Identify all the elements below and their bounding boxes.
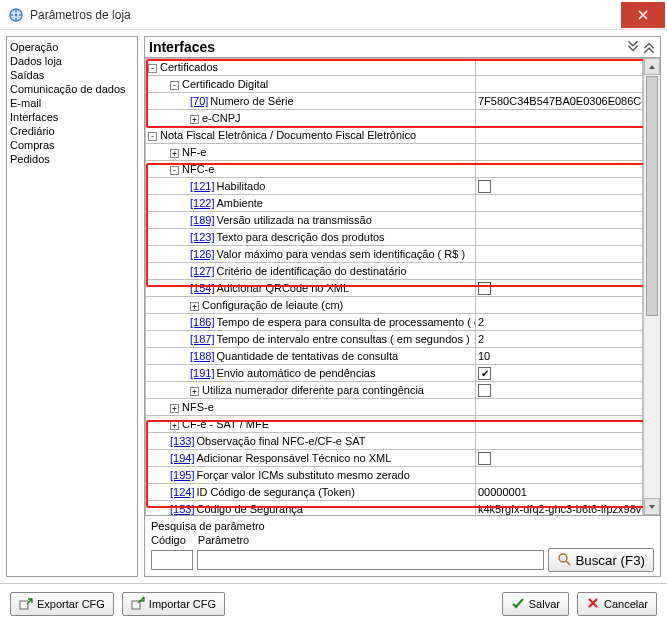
search-title: Pesquisa de parâmetro	[151, 520, 654, 532]
grid-row: [126]Valor máximo para vendas sem identi…	[146, 246, 643, 263]
scroll-up-icon[interactable]	[644, 58, 660, 75]
param-value[interactable]: 10	[476, 348, 643, 365]
grid-row: [187]Tempo de intervalo entre consultas …	[146, 331, 643, 348]
tree-toggle-icon[interactable]: -	[148, 132, 157, 141]
tree-toggle-icon[interactable]: -	[170, 81, 179, 90]
param-code-link[interactable]: [126]	[190, 248, 214, 260]
param-code-link[interactable]: [195]	[170, 469, 194, 481]
tree-toggle-icon[interactable]: +	[170, 421, 179, 430]
page-title: Interfaces	[149, 39, 624, 55]
sidebar-item-interfaces[interactable]: Interfaces	[10, 110, 134, 124]
param-code-link[interactable]: [194]	[170, 452, 194, 464]
search-button[interactable]: Buscar (F3)	[548, 548, 654, 572]
param-value[interactable]	[476, 195, 643, 212]
param-label: Tempo de espera para consulta de process…	[216, 316, 475, 328]
param-value[interactable]: 00000001	[476, 484, 643, 501]
grid-row: [189]Versão utilizada na transmissão	[146, 212, 643, 229]
checkbox[interactable]	[478, 452, 491, 465]
sidebar-item-saidas[interactable]: Saídas	[10, 68, 134, 82]
sidebar-item-email[interactable]: E-mail	[10, 96, 134, 110]
param-value[interactable]: 7F580C34B547BA0E0306E086C4	[476, 93, 643, 110]
svg-point-2	[11, 14, 13, 16]
grid-row: -NFC-e	[146, 161, 643, 178]
tree-toggle-icon[interactable]: +	[190, 387, 199, 396]
grid-row: +Configuração de leiaute (cm)	[146, 297, 643, 314]
sidebar-item-operacao[interactable]: Operação	[10, 40, 134, 54]
tree-toggle-icon[interactable]: -	[170, 166, 179, 175]
param-value[interactable]	[476, 229, 643, 246]
close-button[interactable]	[621, 2, 665, 28]
sidebar-item-crediario[interactable]: Crediário	[10, 124, 134, 138]
param-label: Tempo de intervalo entre consultas ( em …	[216, 333, 469, 345]
param-code-link[interactable]: [187]	[190, 333, 214, 345]
cancel-button[interactable]: Cancelar	[577, 592, 657, 616]
scroll-thumb[interactable]	[646, 76, 658, 316]
tree-toggle-icon[interactable]: +	[190, 302, 199, 311]
checkbox[interactable]	[478, 282, 491, 295]
cancel-icon	[586, 596, 600, 612]
param-value[interactable]	[476, 263, 643, 280]
param-code-link[interactable]: [124]	[170, 486, 194, 498]
search-param-input[interactable]	[197, 550, 544, 570]
param-code-link[interactable]: [70]	[190, 95, 208, 107]
param-value[interactable]: ✔	[476, 365, 643, 382]
svg-point-1	[15, 13, 18, 16]
sidebar-item-dados-loja[interactable]: Dados loja	[10, 54, 134, 68]
param-value[interactable]	[476, 467, 643, 484]
svg-point-4	[15, 10, 17, 12]
param-value	[476, 127, 643, 144]
tree-toggle-icon[interactable]: +	[170, 404, 179, 413]
param-value[interactable]: 2	[476, 314, 643, 331]
param-code-link[interactable]: [154]	[190, 282, 214, 294]
param-code-link[interactable]: [121]	[190, 180, 214, 192]
param-value[interactable]: 2	[476, 331, 643, 348]
param-value[interactable]	[476, 433, 643, 450]
param-label: Critério de identificação do destinatári…	[216, 265, 406, 277]
tree-toggle-icon[interactable]: -	[148, 64, 157, 73]
expand-all-icon[interactable]	[642, 40, 656, 54]
grid-row: [191]Envio automático de pendências✔	[146, 365, 643, 382]
param-value[interactable]: k4k5rgfx-dfq2-ghc3-b6t6-lfpzx98v7	[476, 501, 643, 517]
param-value[interactable]	[476, 178, 643, 195]
checkbox[interactable]: ✔	[478, 367, 491, 380]
param-value[interactable]	[476, 246, 643, 263]
tree-toggle-icon[interactable]: +	[170, 149, 179, 158]
svg-rect-7	[20, 601, 28, 609]
param-code-link[interactable]: [191]	[190, 367, 214, 379]
save-button[interactable]: Salvar	[502, 592, 569, 616]
param-code-link[interactable]: [188]	[190, 350, 214, 362]
param-code-link[interactable]: [186]	[190, 316, 214, 328]
param-label: Habilitado	[216, 180, 265, 192]
scroll-down-icon[interactable]	[644, 498, 660, 515]
search-code-input[interactable]	[151, 550, 193, 570]
param-value[interactable]	[476, 212, 643, 229]
sidebar-item-compras[interactable]: Compras	[10, 138, 134, 152]
checkbox[interactable]	[478, 180, 491, 193]
param-label: Utiliza numerador diferente para conting…	[202, 384, 424, 396]
search-param-label: Parâmetro	[198, 534, 249, 546]
window-title: Parâmetros de loja	[30, 8, 621, 22]
grid-scrollbar[interactable]	[643, 58, 660, 515]
param-code-link[interactable]: [189]	[190, 214, 214, 226]
param-label: Nota Fiscal Eletrônica / Documento Fisca…	[160, 129, 416, 141]
checkbox[interactable]	[478, 384, 491, 397]
param-label: Versão utilizada na transmissão	[216, 214, 371, 226]
param-code-link[interactable]: [153]	[170, 503, 194, 515]
collapse-all-icon[interactable]	[626, 40, 640, 54]
param-label: Código de Segurança	[196, 503, 302, 515]
param-code-link[interactable]: [123]	[190, 231, 214, 243]
param-code-link[interactable]: [133]	[170, 435, 194, 447]
sidebar-item-pedidos[interactable]: Pedidos	[10, 152, 134, 166]
sidebar-item-comunicacao[interactable]: Comunicação de dados	[10, 82, 134, 96]
export-cfg-button[interactable]: Exportar CFG	[10, 592, 114, 616]
param-code-link[interactable]: [122]	[190, 197, 214, 209]
param-value[interactable]	[476, 450, 643, 467]
tree-toggle-icon[interactable]: +	[190, 115, 199, 124]
param-label: NF-e	[182, 146, 206, 158]
param-value[interactable]	[476, 280, 643, 297]
grid-row: -Certificado Digital	[146, 76, 643, 93]
import-cfg-button[interactable]: Importar CFG	[122, 592, 225, 616]
param-code-link[interactable]: [127]	[190, 265, 214, 277]
svg-point-5	[15, 18, 17, 20]
param-value[interactable]	[476, 382, 643, 399]
